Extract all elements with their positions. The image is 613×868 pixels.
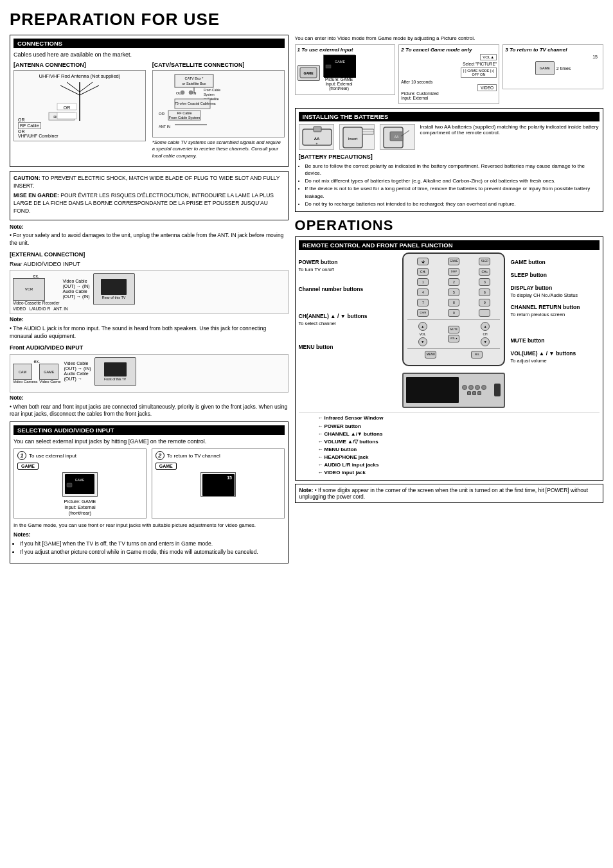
power-btn-label: POWER button (299, 259, 398, 267)
game-mode-note: In the Game mode, you can use front or r… (13, 522, 285, 529)
num6[interactable]: 6 (479, 288, 490, 296)
fp-audio: ← AUDIO L/R input jacks (318, 462, 379, 468)
vm-step2-content: VOL▲ Select "PICTURE" [-] GAME MODE [+] … (401, 54, 497, 100)
game-btn-img1: GAME (298, 65, 320, 81)
svg-text:GAME: GAME (304, 71, 314, 75)
antenna-title: [ANTENNA CONNECTION] (13, 62, 146, 68)
tv-ctrl2[interactable] (472, 391, 476, 395)
camera-label: Video Camera (13, 380, 37, 384)
times-label: 2 times (556, 66, 571, 71)
external-header: [EXTERNAL CONNECTION] (10, 251, 289, 259)
battery-steps: AA + Insert (299, 124, 415, 150)
remote-labels-left: POWER button To turn TV on/off Channel n… (299, 252, 398, 408)
num0[interactable]: 0 (448, 309, 459, 317)
game-btn-remote[interactable]: GAME (448, 258, 459, 265)
rf-cable-label: RF Cable (18, 122, 41, 129)
battery-step2: Insert (339, 124, 375, 150)
num3[interactable]: 3 (479, 278, 490, 286)
selecting-step1: 1 To use external input GAME GAME (13, 448, 147, 518)
in-label: (IN) (82, 284, 90, 288)
ir-window (494, 384, 501, 396)
num8[interactable]: 8 (448, 299, 459, 306)
svg-text:or Satellite Box: or Satellite Box (182, 82, 206, 85)
selecting-step2: 2 To return to TV channel GAME 15 (152, 448, 285, 518)
front-tv-label: Front of this TV (104, 377, 126, 381)
svg-point-17 (189, 91, 193, 94)
tv-rear-box: Rear of this TV (93, 273, 135, 305)
tv-btn4[interactable] (481, 385, 486, 390)
svg-line-3 (60, 85, 80, 95)
select-btn[interactable]: SEL (471, 351, 483, 359)
fp-channel: ← CHANNEL ▲/▼ buttons (318, 431, 383, 437)
svg-text:AA: AA (394, 135, 398, 139)
vgame-label: Video Game (39, 380, 60, 384)
fp-item1: Infrared Sensor Window (324, 415, 384, 421)
antenna-label: UHF/VHF Rod Antenna (Not supplied) (17, 73, 143, 79)
vol-pwr[interactable]: VOL▲ (448, 335, 459, 342)
ext-note-text: • The AUDIO L jack is for mono input. Th… (10, 325, 289, 341)
caution-box: CAUTION: TO PREVENT ELECTRIC SHOCK, MATC… (10, 171, 289, 220)
ch-num: 15 (505, 55, 601, 59)
precaution-2: Do not mix different types of batteries … (305, 177, 600, 184)
step2-label: To return to TV channel (167, 453, 220, 459)
vhf-uhf-label: VHF/UHF Combiner (18, 134, 143, 138)
fp-menu: ← MENU button (318, 447, 357, 452)
ch-minus[interactable]: CH- (417, 268, 429, 276)
audio-cable-label: Audio Cable (63, 289, 90, 294)
ch-down[interactable]: ▼ (481, 337, 490, 346)
mute-label: MUTE button (510, 337, 600, 345)
svg-text:CATV Box *: CATV Box * (184, 76, 204, 80)
power-btn-remote[interactable]: ⏻ (417, 258, 429, 265)
mute-btn[interactable]: MUTE (448, 326, 459, 333)
svg-text:ANT IN: ANT IN (159, 125, 170, 128)
vm-cap2: Picture: Customized Input: External (401, 91, 497, 100)
ch-return-label: CHANNEL RETURN button (510, 304, 600, 312)
tv-ctrl1[interactable] (467, 391, 471, 395)
vol-label: VOL(UME) ▲ / ▼ buttons (510, 350, 600, 358)
num7[interactable]: 7 (417, 299, 429, 306)
tv-btn3[interactable] (475, 385, 480, 390)
step1-caption: Picture: GAME Input: External (front/rea… (17, 499, 143, 516)
tv-ctrl3[interactable] (477, 391, 481, 395)
num9[interactable]: 9 (479, 299, 490, 306)
remote-center: ⏻ GAME SLEP CH- DISP CH+ 1 (402, 252, 505, 408)
connections-intro: Cables used here are available on the ma… (13, 51, 285, 59)
vol-btn: VOL▲ (480, 54, 497, 60)
remote-section: REMOTE CONTROL AND FRONT PANEL FUNCTION … (295, 236, 603, 481)
selecting-notes: Notes: If you hit [GAME] when the TV is … (13, 531, 285, 556)
caution-title: CAUTION: (13, 175, 40, 181)
num2[interactable]: 2 (448, 278, 459, 286)
vol-desc: To adjust volume (510, 358, 600, 365)
game-btn1: GAME (17, 463, 39, 470)
tv-btn1[interactable] (462, 385, 467, 390)
num5[interactable]: 5 (448, 288, 459, 296)
ext-label: Rear AUDIO/VIDEO INPUT (10, 260, 289, 269)
num4[interactable]: 4 (417, 288, 429, 296)
ch-plus[interactable]: CH+ (479, 268, 490, 276)
front-note-box: Note: • When both rear and front input j… (10, 394, 289, 419)
ch-up[interactable]: ▲ (481, 322, 490, 331)
catv-diagram: CATV Box * or Satellite Box OUT IN From … (152, 70, 285, 137)
vol-up[interactable]: ▲ (418, 322, 427, 331)
tv-btn2[interactable] (468, 385, 474, 390)
sleep-btn-remote[interactable]: SLEP (479, 258, 490, 265)
or-label2: OR (18, 129, 143, 134)
vm-step2-num: 2 (401, 47, 404, 53)
power-btn-desc: To turn TV on/off (299, 267, 398, 274)
vol-down[interactable]: ▼ (418, 337, 427, 346)
num1[interactable]: 1 (417, 278, 429, 286)
front-ex-label: ex. (13, 359, 61, 364)
vm-cap1: Picture: GAME Input: External (front/rea… (323, 77, 355, 91)
game-screen2: 15 (200, 472, 236, 497)
svg-text:From Cable: From Cable (204, 88, 220, 92)
caution-title2: MISE EN GARDE: (13, 192, 59, 199)
menu-remote[interactable]: MENU (425, 351, 436, 359)
ch-num-btns-label: Channel number buttons (299, 286, 398, 294)
vm-screen1: GAME (323, 55, 355, 77)
disp-btn[interactable]: DISP (448, 268, 459, 276)
front-av-diagram: ex. CAM Video Camera GAME Video Game (10, 354, 289, 393)
svg-text:15: 15 (227, 475, 232, 480)
front-av-label: Front AUDIO/VIDEO INPUT (10, 344, 289, 352)
ch-ret[interactable]: CH/R (417, 309, 429, 317)
svg-text:IN: IN (193, 91, 197, 95)
